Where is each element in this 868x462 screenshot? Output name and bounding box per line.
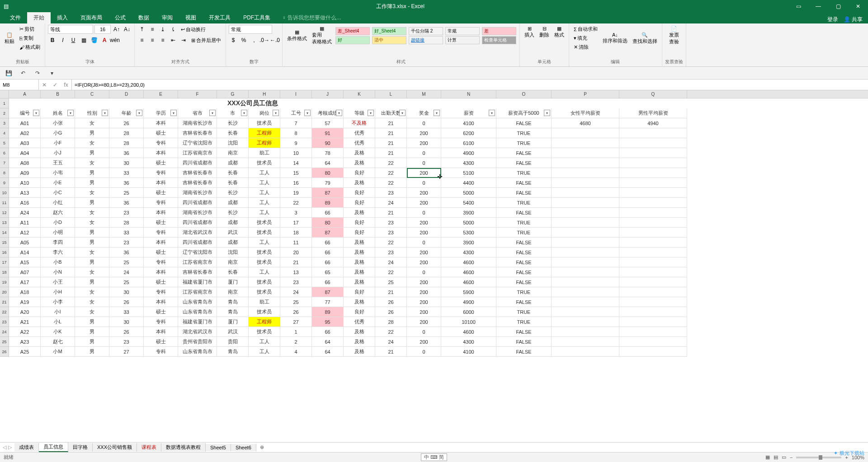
row-header[interactable]: 26 bbox=[0, 347, 9, 357]
select-all-corner[interactable] bbox=[0, 90, 9, 98]
style-thousand[interactable]: 千位分隔 2 bbox=[409, 27, 443, 35]
cell-sex[interactable]: 女 bbox=[75, 208, 109, 218]
increase-font-button[interactable]: A↑ bbox=[112, 25, 121, 34]
cell-attendance[interactable]: 21 bbox=[375, 118, 407, 128]
close-button[interactable]: ✕ bbox=[852, 2, 864, 11]
cell-grade[interactable]: 优秀 bbox=[344, 128, 375, 138]
cell-job[interactable]: 工人 bbox=[249, 267, 280, 277]
cell-grade[interactable]: 良好 bbox=[344, 168, 375, 178]
cell-empno[interactable]: 26 bbox=[280, 307, 312, 317]
percent-button[interactable]: % bbox=[239, 36, 248, 45]
view-normal-icon[interactable]: ▦ bbox=[765, 454, 770, 460]
cell-name[interactable]: 小J bbox=[41, 148, 75, 158]
cell-sex[interactable]: 男 bbox=[75, 317, 109, 327]
cell-bonus[interactable]: 0 bbox=[407, 238, 441, 247]
cell-salary-gt-5000[interactable]: TRUE bbox=[496, 317, 552, 327]
table-header[interactable]: 工号▾ bbox=[280, 108, 312, 118]
cell-job[interactable]: 技术员 bbox=[249, 277, 280, 287]
cell-score[interactable]: 77 bbox=[312, 297, 344, 307]
cell-grade[interactable]: 良好 bbox=[344, 287, 375, 297]
style-neutral[interactable]: 适中 bbox=[372, 36, 406, 44]
cell-age[interactable]: 28 bbox=[109, 218, 144, 228]
row-header[interactable]: 7 bbox=[0, 158, 9, 168]
cell-job[interactable]: 工人 bbox=[249, 337, 280, 347]
cell-empno[interactable]: 22 bbox=[280, 198, 312, 208]
cell-empno[interactable]: 4 bbox=[280, 347, 312, 357]
cell-name[interactable]: 小M bbox=[41, 347, 75, 357]
cell-name[interactable]: 王五 bbox=[41, 158, 75, 168]
cell-salary[interactable]: 4600 bbox=[441, 327, 496, 337]
cell-salary[interactable]: 4600 bbox=[441, 277, 496, 287]
cell-edu[interactable]: 专科 bbox=[144, 347, 178, 357]
format-painter-button[interactable]: 🖌 格式刷 bbox=[18, 43, 42, 51]
cell-id[interactable]: A24 bbox=[9, 208, 41, 218]
cell[interactable] bbox=[619, 168, 687, 178]
cell-age[interactable]: 36 bbox=[109, 198, 144, 208]
row-header[interactable]: 24 bbox=[0, 327, 9, 337]
filter-dropdown-icon[interactable]: ▾ bbox=[489, 110, 495, 116]
cell-sex[interactable]: 女 bbox=[75, 287, 109, 297]
cell-id[interactable]: A14 bbox=[9, 247, 41, 257]
row-header[interactable]: 18 bbox=[0, 267, 9, 277]
cell-empno[interactable]: 9 bbox=[280, 138, 312, 148]
cell-name[interactable]: 小L bbox=[41, 317, 75, 327]
tab-pdf-tools[interactable]: PDF工具集 bbox=[237, 12, 277, 23]
cell-job[interactable]: 技术员 bbox=[249, 228, 280, 238]
cell-attendance[interactable]: 22 bbox=[375, 158, 407, 168]
cell-salary-gt-5000[interactable]: TRUE bbox=[496, 198, 552, 208]
fill-button[interactable]: ▾ 填充 bbox=[572, 34, 599, 42]
cell-job[interactable]: 助工 bbox=[249, 297, 280, 307]
cell[interactable] bbox=[552, 267, 619, 277]
cell[interactable] bbox=[552, 317, 619, 327]
col-header[interactable]: N bbox=[441, 90, 496, 98]
sheet-tab-grades[interactable]: 成绩表 bbox=[14, 443, 39, 452]
cell-salary[interactable]: 6100 bbox=[441, 138, 496, 148]
qat-more-icon[interactable]: ▾ bbox=[48, 69, 56, 77]
row-header[interactable]: 23 bbox=[0, 317, 9, 327]
cell-city[interactable]: 成都 bbox=[217, 198, 249, 208]
cell-province[interactable]: 吉林省长春市 bbox=[178, 128, 217, 138]
cell[interactable] bbox=[619, 138, 687, 148]
cell-grade[interactable]: 及格 bbox=[344, 238, 375, 247]
cell-id[interactable]: A18 bbox=[9, 287, 41, 297]
cell-grade[interactable]: 良好 bbox=[344, 188, 375, 198]
table-header[interactable]: 岗位▾ bbox=[249, 108, 280, 118]
inc-decimal-button[interactable]: .0→ bbox=[260, 36, 269, 45]
cell-job[interactable]: 工人 bbox=[249, 188, 280, 198]
cell-id[interactable]: A16 bbox=[9, 198, 41, 208]
cell-job[interactable]: 技术员 bbox=[249, 158, 280, 168]
spreadsheet-grid[interactable]: 1 XXX公司员工信息 2编号▾姓名▾性别▾年龄▾学历▾省市▾市▾岗位▾工号▾考… bbox=[0, 98, 868, 442]
cell-city[interactable]: 武汉 bbox=[217, 327, 249, 337]
cell[interactable] bbox=[619, 307, 687, 317]
cell-salary-gt-5000[interactable]: TRUE bbox=[496, 218, 552, 228]
dec-decimal-button[interactable]: ←.0 bbox=[270, 36, 279, 45]
indent-inc[interactable]: ⇥ bbox=[179, 36, 188, 45]
cell-sex[interactable]: 男 bbox=[75, 277, 109, 287]
cell-name[interactable]: 小王 bbox=[41, 277, 75, 287]
cell-salary-gt-5000[interactable]: FALSE bbox=[496, 337, 552, 347]
cell-attendance[interactable]: 22 bbox=[375, 178, 407, 188]
cell-grade[interactable]: 及格 bbox=[344, 178, 375, 188]
font-name-input[interactable] bbox=[48, 25, 93, 34]
col-header[interactable]: C bbox=[75, 90, 109, 98]
cell-city[interactable]: 长沙 bbox=[217, 208, 249, 218]
cell-id[interactable]: A05 bbox=[9, 238, 41, 247]
share-button[interactable]: 👤 共享 bbox=[844, 16, 863, 23]
cell-empno[interactable]: 19 bbox=[280, 188, 312, 198]
cell-salary-gt-5000[interactable]: FALSE bbox=[496, 158, 552, 168]
sheet-tab-sheet5[interactable]: Sheet5 bbox=[206, 444, 231, 451]
comma-button[interactable]: , bbox=[250, 36, 259, 45]
cell-bonus[interactable]: 200 bbox=[407, 287, 441, 297]
cell-bonus[interactable]: 200 bbox=[407, 337, 441, 347]
cell-attendance[interactable]: 28 bbox=[375, 317, 407, 327]
cell-id[interactable]: A07 bbox=[9, 267, 41, 277]
cell-name[interactable]: 小李 bbox=[41, 297, 75, 307]
cell-salary-gt-5000[interactable]: FALSE bbox=[496, 297, 552, 307]
col-header[interactable]: A bbox=[9, 90, 41, 98]
cell-province[interactable]: 吉林省长春市 bbox=[178, 178, 217, 188]
cell-salary-gt-5000[interactable]: TRUE bbox=[496, 168, 552, 178]
cell-name[interactable]: 赵六 bbox=[41, 208, 75, 218]
cell-score[interactable]: 80 bbox=[312, 168, 344, 178]
style-check-cell[interactable]: 检查单元格 bbox=[482, 36, 516, 44]
cell-bonus[interactable]: 0 bbox=[407, 158, 441, 168]
